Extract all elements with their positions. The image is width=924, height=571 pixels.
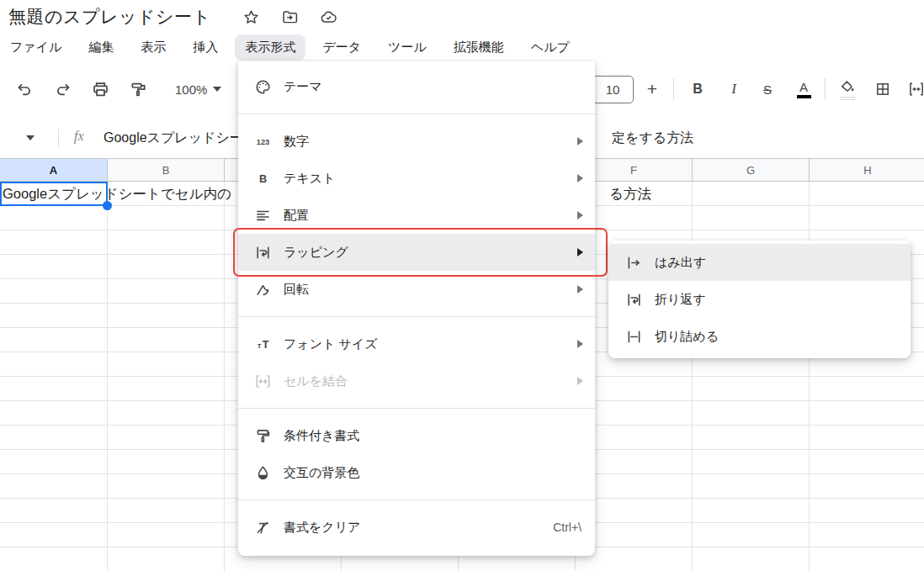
fill-color-button[interactable]: [836, 78, 858, 100]
menu-item-label: 折り返す: [655, 292, 706, 308]
clear-format-icon: [252, 517, 273, 537]
svg-text:T: T: [257, 341, 261, 349]
menu-item-label: ラッピング: [284, 245, 348, 261]
borders-button[interactable]: [872, 78, 894, 100]
print-icon[interactable]: [89, 78, 111, 100]
alternating-colors-icon: [252, 463, 273, 483]
format-menu-item-clear-formatting[interactable]: 書式をクリアCtrl+\: [238, 509, 595, 546]
toolbar-left-group: 100%: [0, 78, 221, 100]
text-rotation-icon: [252, 279, 273, 299]
column-header-b[interactable]: B: [108, 158, 225, 182]
wrapping-submenu: はみ出す折り返す切り詰める: [608, 241, 911, 358]
menu-item-label: 書式をクリア: [284, 520, 360, 536]
submenu-arrow-icon: [577, 137, 583, 145]
menu-item-label: 交互の背景色: [284, 465, 359, 481]
menu-item-label: 配置: [284, 208, 309, 224]
format-menu-dropdown: テーマ123数字Bテキスト配置ラッピング回転TTフォント サイズセルを結合条件付…: [238, 61, 595, 556]
wrap-submenu-item-overflow[interactable]: はみ出す: [608, 244, 911, 281]
formula-bar-separator: [58, 129, 59, 147]
cloud-check-icon[interactable]: [320, 8, 337, 26]
text-color-button[interactable]: A: [793, 78, 815, 100]
clip-icon: [624, 326, 644, 346]
toolbar-right-group: 10 + B I S A: [592, 63, 924, 115]
menu-separator: [238, 500, 595, 500]
menu-item-label: 条件付き書式: [284, 428, 359, 444]
palette-icon: [252, 77, 273, 97]
strikethrough-button[interactable]: S: [757, 78, 778, 100]
cell-a1-text-right: る方法: [609, 182, 651, 206]
submenu-arrow-icon: [577, 377, 583, 385]
menu-item-shortcut: Ctrl+\: [553, 521, 581, 534]
zoom-value: 100%: [175, 82, 207, 97]
toolbar-separator: [673, 78, 674, 100]
format-menu-item-merge-cells: セルを結合: [238, 362, 595, 399]
undo-icon[interactable]: [13, 78, 35, 100]
column-header-a[interactable]: A: [0, 158, 108, 182]
numbers-123-icon: 123: [252, 131, 273, 151]
format-menu-item-rotation[interactable]: 回転: [238, 271, 595, 308]
menubar-item-view[interactable]: 表示: [130, 34, 176, 61]
format-menu-item-text[interactable]: Bテキスト: [238, 160, 595, 197]
submenu-arrow-icon: [577, 285, 583, 293]
menu-item-label: 切り詰める: [655, 329, 719, 345]
submenu-arrow-icon: [577, 248, 583, 256]
column-header-g[interactable]: G: [693, 158, 810, 182]
format-menu-item-font-size[interactable]: TTフォント サイズ: [238, 325, 595, 362]
format-menu-item-alignment[interactable]: 配置: [238, 197, 595, 234]
paint-format-icon[interactable]: [127, 78, 149, 100]
menu-item-label: テキスト: [284, 171, 335, 187]
star-icon[interactable]: [242, 8, 260, 26]
column-header-h[interactable]: H: [810, 158, 924, 182]
format-menu-item-theme[interactable]: テーマ: [238, 68, 595, 105]
format-menu-item-number[interactable]: 123数字: [238, 123, 595, 160]
fill-handle[interactable]: [103, 201, 112, 210]
menu-item-label: 数字: [284, 134, 309, 150]
merge-cells-button[interactable]: [908, 78, 924, 100]
grid-column-line: [0, 182, 108, 571]
svg-text:T: T: [262, 338, 268, 350]
bold-button[interactable]: B: [687, 78, 709, 100]
format-menu-item-wrapping[interactable]: ラッピング: [238, 234, 595, 271]
folder-move-icon[interactable]: [281, 8, 299, 26]
wrap-submenu-item-wrap[interactable]: 折り返す: [608, 281, 911, 318]
format-menu-item-alternating-colors[interactable]: 交互の背景色: [238, 454, 595, 491]
menubar-item-help[interactable]: ヘルプ: [521, 34, 580, 61]
svg-text:B: B: [258, 172, 266, 184]
submenu-arrow-icon: [577, 340, 583, 348]
menu-item-label: 回転: [284, 282, 309, 298]
redo-icon[interactable]: [51, 78, 73, 100]
wrap-submenu-item-clip[interactable]: 切り詰める: [608, 318, 911, 355]
menubar: ファイル編集表示挿入表示形式データツール拡張機能ヘルプ: [0, 33, 924, 61]
google-sheets-app: 無題のスプレッドシート ファイル編集表示挿入表示形式データツール拡張機能ヘルプ: [0, 0, 924, 571]
svg-text:123: 123: [256, 138, 268, 146]
text-color-swatch: [797, 95, 811, 98]
align-icon: [252, 205, 273, 225]
submenu-arrow-icon: [577, 174, 583, 182]
increase-font-size-button[interactable]: +: [641, 78, 663, 100]
bold-icon: B: [252, 168, 273, 188]
menubar-item-tools[interactable]: ツール: [378, 34, 437, 61]
font-size-icon: TT: [252, 334, 273, 354]
menubar-item-edit[interactable]: 編集: [78, 34, 124, 61]
toolbar-separator: [825, 78, 826, 100]
menubar-item-file[interactable]: ファイル: [0, 34, 72, 61]
font-size-input[interactable]: 10: [592, 76, 634, 103]
formula-text-right: 定をする方法: [612, 130, 693, 147]
menubar-item-extensions[interactable]: 拡張機能: [443, 34, 514, 61]
menubar-item-format[interactable]: 表示形式: [235, 34, 305, 61]
document-title[interactable]: 無題のスプレッドシート: [8, 5, 210, 29]
format-menu-item-conditional-formatting[interactable]: 条件付き書式: [238, 417, 595, 454]
wrap-text-icon: [624, 289, 644, 309]
menubar-item-data[interactable]: データ: [312, 34, 371, 61]
fx-icon: fx: [74, 129, 84, 144]
zoom-control[interactable]: 100%: [175, 82, 221, 97]
title-icons: [242, 8, 337, 26]
menu-item-label: テーマ: [284, 79, 322, 95]
menu-separator: [238, 114, 595, 114]
italic-button[interactable]: I: [723, 78, 745, 100]
selected-cell-a1[interactable]: [0, 182, 108, 206]
menubar-item-insert[interactable]: 挿入: [183, 34, 228, 61]
name-box-chevron-down-icon[interactable]: [26, 135, 35, 140]
chevron-down-icon: [213, 87, 221, 92]
wrap-text-icon: [252, 242, 273, 262]
